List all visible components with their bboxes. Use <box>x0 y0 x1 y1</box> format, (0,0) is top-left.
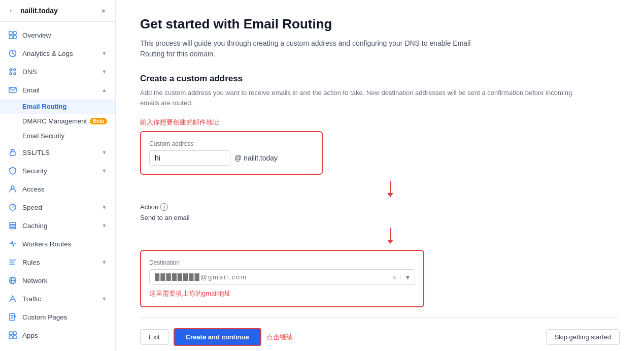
arrow-down-2 <box>160 228 620 244</box>
sidebar-header-left[interactable]: ← nailit.today <box>8 6 58 15</box>
chevron-down-icon-security: ▼ <box>101 168 107 174</box>
sidebar-item-dns-label: DNS <box>22 68 96 76</box>
sidebar-item-apps-label: Apps <box>22 332 107 339</box>
annotation-address: 输入你想要创建的邮件地址 <box>140 118 620 127</box>
sidebar-item-email-label: Email <box>22 86 96 94</box>
cache-icon <box>8 221 17 230</box>
workers-icon <box>8 239 17 248</box>
site-name: nailit.today <box>20 7 58 15</box>
main-content: Get started with Email Routing This proc… <box>116 0 644 351</box>
svg-rect-2 <box>9 36 12 39</box>
custom-address-label: Custom address <box>149 140 314 147</box>
section-desc: Add the custom address you want to recei… <box>140 88 587 108</box>
at-domain: @ nailit.today <box>234 154 278 162</box>
grid-icon <box>8 30 17 40</box>
beta-badge: Beta <box>90 118 107 124</box>
footer-actions: Exit Create and continue 点击继续 Skip getti… <box>140 328 620 346</box>
sidebar-item-analytics-logs[interactable]: Analytics & Logs ▼ <box>0 44 115 62</box>
page-subtitle: This process will guide you through crea… <box>140 38 495 59</box>
sidebar-item-access[interactable]: Access <box>0 180 115 198</box>
arrow-down-1 <box>160 181 620 197</box>
divider <box>140 317 620 318</box>
chevron-down-icon-dns: ▼ <box>101 69 107 75</box>
dns-icon <box>8 67 17 76</box>
custom-pages-icon <box>8 312 17 322</box>
email-security-label: Email Security <box>22 132 64 140</box>
destination-input[interactable] <box>150 270 388 284</box>
arrow-line-2 <box>390 228 391 240</box>
back-arrow-icon[interactable]: ← <box>8 6 16 15</box>
svg-point-6 <box>14 69 16 71</box>
arrow-head-2 <box>387 240 393 244</box>
svg-rect-12 <box>10 152 15 155</box>
skip-getting-started-button[interactable]: Skip getting started <box>546 329 620 345</box>
section-title: Create a custom address <box>140 74 620 84</box>
sidebar-item-overview-label: Overview <box>22 31 107 39</box>
chevron-down-icon-rules: ▼ <box>101 259 107 265</box>
custom-address-input[interactable] <box>149 150 230 166</box>
sidebar: ← nailit.today ► Overview Analytics & Lo… <box>0 0 116 351</box>
svg-rect-23 <box>9 336 12 339</box>
destination-clear-button[interactable]: × <box>388 273 400 281</box>
sidebar-item-custom-pages[interactable]: Custom Pages <box>0 308 115 326</box>
sidebar-item-security-label: Security <box>22 167 96 175</box>
svg-rect-21 <box>9 332 12 335</box>
arrow-line-1 <box>390 181 391 193</box>
svg-rect-13 <box>10 222 16 225</box>
sidebar-item-network[interactable]: Network <box>0 271 115 290</box>
sidebar-item-speed[interactable]: Speed ▼ <box>0 198 115 216</box>
chevron-down-icon-ssl: ▼ <box>101 149 107 155</box>
create-continue-button[interactable]: Create and continue <box>174 328 261 346</box>
sidebar-item-caching[interactable]: Caching ▼ <box>0 216 115 235</box>
custom-address-box: Custom address @ nailit.today <box>140 131 323 175</box>
apps-icon <box>8 331 17 340</box>
chevron-down-icon-caching: ▼ <box>101 222 107 229</box>
sidebar-item-speed-label: Speed <box>22 204 96 211</box>
email-icon <box>8 85 17 94</box>
sidebar-item-workers-label: Workers Routes <box>22 240 107 248</box>
sidebar-nav: Overview Analytics & Logs ▼ DNS ▼ Email … <box>0 22 115 351</box>
chevron-up-icon: ▲ <box>101 87 107 93</box>
sidebar-item-workers-routes[interactable]: Workers Routes <box>0 235 115 253</box>
info-icon[interactable]: i <box>160 203 168 211</box>
sidebar-item-rules[interactable]: Rules ▼ <box>0 253 115 271</box>
access-icon <box>8 184 17 194</box>
svg-rect-1 <box>13 31 16 35</box>
arrow-head-1 <box>387 193 393 197</box>
destination-label: Destination <box>149 259 415 266</box>
sidebar-item-access-label: Access <box>22 185 107 193</box>
annotation-destination: 这里需要填上你的gmail地址 <box>149 289 415 298</box>
shield-icon <box>8 166 17 175</box>
svg-rect-15 <box>10 228 16 229</box>
sidebar-item-dns[interactable]: DNS ▼ <box>0 62 115 81</box>
sidebar-item-security[interactable]: Security ▼ <box>0 162 115 180</box>
chevron-right-icon: ► <box>101 7 107 14</box>
network-icon <box>8 276 17 285</box>
destination-select-row: × ▼ <box>149 269 415 285</box>
svg-rect-22 <box>13 332 16 335</box>
sidebar-item-custom-pages-label: Custom Pages <box>22 313 107 321</box>
svg-rect-14 <box>10 225 16 227</box>
click-hint: 点击继续 <box>266 333 293 342</box>
sidebar-item-ssl-label: SSL/TLS <box>22 149 96 156</box>
svg-rect-0 <box>9 31 12 35</box>
chevron-down-icon-speed: ▼ <box>101 204 107 210</box>
exit-button[interactable]: Exit <box>140 329 168 345</box>
footer-left: Exit Create and continue 点击继续 <box>140 328 293 346</box>
chevron-down-icon-traffic: ▼ <box>101 296 107 302</box>
sidebar-item-apps[interactable]: Apps <box>0 326 115 344</box>
sidebar-subitem-email-security[interactable]: Email Security <box>0 129 115 143</box>
sidebar-item-overview[interactable]: Overview <box>0 26 115 44</box>
speed-icon <box>8 203 17 212</box>
address-input-row: @ nailit.today <box>149 150 314 166</box>
sidebar-subitem-dmarc[interactable]: DMARC Management Beta <box>0 114 115 129</box>
sidebar-item-email[interactable]: Email ▲ <box>0 81 115 99</box>
traffic-icon <box>8 294 17 303</box>
sidebar-item-traffic[interactable]: Traffic ▼ <box>0 290 115 308</box>
email-routing-label: Email Routing <box>22 103 66 110</box>
sidebar-item-ssl-tls[interactable]: SSL/TLS ▼ <box>0 143 115 162</box>
destination-dropdown-button[interactable]: ▼ <box>400 274 415 280</box>
sidebar-subitem-email-routing[interactable]: Email Routing <box>0 99 115 114</box>
action-label: Action <box>140 203 158 211</box>
sidebar-item-rules-label: Rules <box>22 259 96 266</box>
